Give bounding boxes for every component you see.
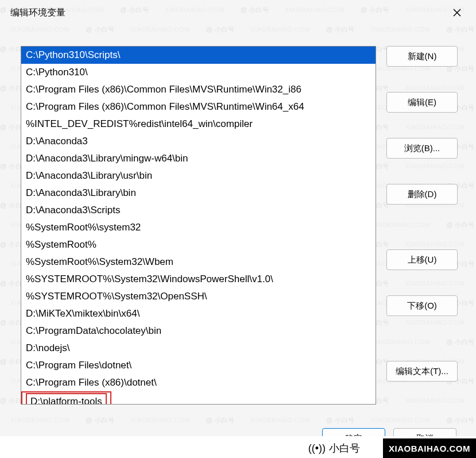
list-item[interactable]: C:\Program Files (x86)\Common Files\MVS\… xyxy=(21,81,376,98)
list-item[interactable]: %SystemRoot%\System32\Wbem xyxy=(21,253,376,271)
dialog-title: 编辑环境变量 xyxy=(10,7,65,19)
list-item[interactable]: C:\Program Files (x86)\Common Files\MVS\… xyxy=(21,98,376,116)
edit-button[interactable]: 编辑(E) xyxy=(386,92,458,113)
list-item[interactable]: D:\Anaconda3\Library\mingw-w64\bin xyxy=(21,150,376,167)
list-item[interactable]: %SystemRoot% xyxy=(21,236,376,253)
edit-text-button[interactable]: 编辑文本(T)... xyxy=(386,361,458,382)
list-item[interactable]: D:\Anaconda3\Library\bin xyxy=(21,184,376,202)
list-item[interactable]: D:\nodejs\ xyxy=(21,340,376,357)
list-item[interactable]: C:\Program Files\dotnet\ xyxy=(21,357,376,374)
browse-button[interactable]: 浏览(B)... xyxy=(386,138,458,159)
list-item[interactable]: D:\platform-tools xyxy=(26,393,107,405)
list-item[interactable]: C:\Program Files (x86)\dotnet\ xyxy=(21,374,376,391)
titlebar: 编辑环境变量 xyxy=(2,2,474,23)
list-item[interactable]: D:\Anaconda3\Library\usr\bin xyxy=(21,167,376,184)
brand-url-badge: XIAOBAIHAO.COM xyxy=(383,438,476,458)
list-item[interactable]: C:\Python310\Scripts\ xyxy=(21,47,376,64)
list-item[interactable]: %SYSTEMROOT%\System32\WindowsPowerShell\… xyxy=(21,271,376,288)
move-down-button[interactable]: 下移(O) xyxy=(386,295,458,316)
path-listbox[interactable]: C:\Python310\Scripts\C:\Python310\C:\Pro… xyxy=(21,46,376,405)
list-item[interactable]: C:\Python310\ xyxy=(21,64,376,81)
brand-name-text: 小白号 xyxy=(329,441,360,455)
list-item[interactable]: %INTEL_DEV_REDIST%redist\intel64_win\com… xyxy=(21,116,376,133)
list-item[interactable]: D:\Anaconda3\Scripts xyxy=(21,202,376,219)
list-item[interactable]: C:\ProgramData\chocolatey\bin xyxy=(21,322,376,340)
new-button[interactable]: 新建(N) xyxy=(386,46,458,67)
list-item[interactable]: %SystemRoot%\system32 xyxy=(21,219,376,236)
button-column: 新建(N) 编辑(E) 浏览(B)... 删除(D) 上移(U) 下移(O) 编… xyxy=(386,46,458,405)
list-item[interactable]: D:\Anaconda3 xyxy=(21,133,376,150)
list-item[interactable]: %SYSTEMROOT%\System32\OpenSSH\ xyxy=(21,288,376,305)
edit-env-dialog: 编辑环境变量 C:\Python310\Scripts\C:\Python310… xyxy=(2,2,474,456)
close-button[interactable] xyxy=(448,4,466,21)
delete-button[interactable]: 删除(D) xyxy=(386,184,458,205)
close-icon xyxy=(453,9,461,17)
brand-label: ((•)) 小白号 xyxy=(304,438,365,458)
move-up-button[interactable]: 上移(U) xyxy=(386,249,458,270)
list-item[interactable]: D:\MiKTeX\miktex\bin\x64\ xyxy=(21,305,376,322)
broadcast-icon: ((•)) xyxy=(308,442,326,455)
dialog-content: C:\Python310\Scripts\C:\Python310\C:\Pro… xyxy=(2,23,474,405)
